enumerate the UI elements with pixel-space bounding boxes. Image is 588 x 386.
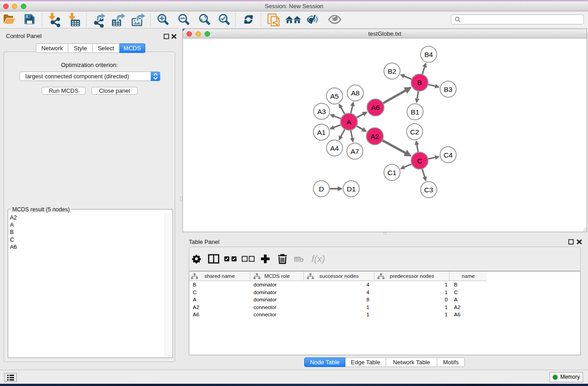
svg-text:C: C — [417, 157, 422, 165]
svg-text:C2: C2 — [410, 128, 419, 136]
svg-text:f(x): f(x) — [311, 253, 325, 264]
svg-text:A3: A3 — [317, 108, 326, 115]
svg-text:A6: A6 — [371, 104, 380, 111]
svg-text:A7: A7 — [351, 148, 359, 155]
svg-text:D: D — [319, 185, 324, 193]
svg-text:A8: A8 — [351, 89, 360, 97]
svg-text:A5: A5 — [330, 92, 339, 100]
svg-text:C4: C4 — [444, 151, 453, 159]
svg-text:A4: A4 — [330, 144, 339, 152]
svg-text:A1: A1 — [317, 129, 326, 136]
svg-text:D1: D1 — [347, 185, 356, 193]
svg-text:A: A — [347, 118, 352, 126]
svg-text:C1: C1 — [387, 169, 397, 176]
svg-text:C3: C3 — [424, 186, 433, 194]
svg-text:A2: A2 — [371, 133, 379, 140]
svg-text:B3: B3 — [444, 86, 453, 93]
svg-text:B4: B4 — [425, 51, 433, 58]
svg-text:B: B — [417, 79, 422, 86]
svg-text:B2: B2 — [388, 67, 397, 75]
svg-text:B1: B1 — [411, 108, 420, 116]
